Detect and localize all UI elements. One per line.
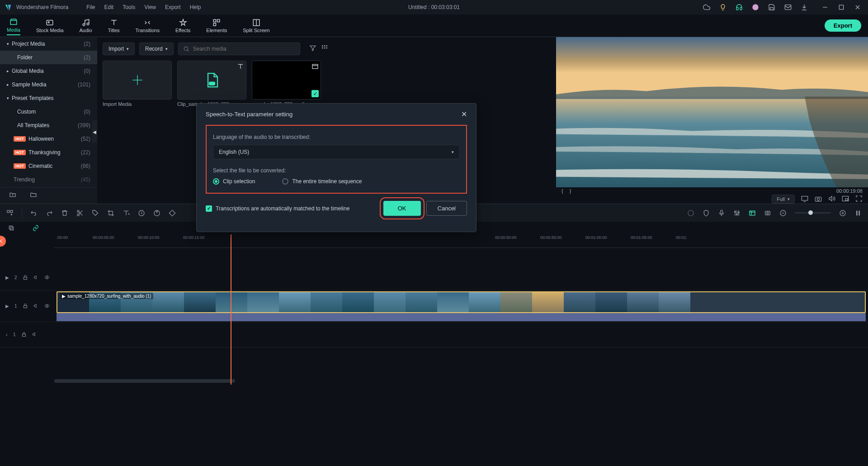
track-mute-icon[interactable] [33, 275, 39, 281]
minimize-icon[interactable] [821, 4, 829, 11]
language-dropdown[interactable]: English (US) ▾ [213, 145, 460, 159]
save-icon[interactable] [768, 4, 775, 11]
folder-icon[interactable] [30, 191, 37, 200]
record-dropdown[interactable]: Record▾ [139, 43, 174, 55]
fullscreen-icon[interactable] [855, 195, 863, 203]
add-track-icon[interactable] [6, 209, 14, 217]
track-lock-icon[interactable] [23, 303, 28, 309]
tab-audio[interactable]: Audio [80, 17, 92, 35]
tab-media[interactable]: Media [7, 16, 20, 35]
auto-match-checkbox[interactable]: ✓ Transcriptions are automatically match… [206, 205, 349, 212]
sidebar-item-trending[interactable]: Trending(45) [0, 173, 97, 186]
copy-tracks-icon[interactable] [8, 225, 14, 232]
cancel-button[interactable]: Cancel [426, 201, 467, 216]
speed-icon[interactable] [138, 209, 145, 217]
delete-icon[interactable] [61, 209, 68, 217]
tab-split-screen[interactable]: Split Screen [243, 17, 269, 35]
mixer-icon[interactable] [733, 209, 741, 217]
radio-entire-timeline[interactable]: The entire timeline sequence [282, 178, 362, 185]
search-input[interactable] [193, 46, 295, 52]
link-icon[interactable] [33, 225, 39, 232]
media-item-subtitle[interactable]: SUB Clip_sample_1280x720_s... [177, 61, 246, 107]
volume-icon[interactable] [828, 195, 835, 203]
sidebar-item-global-media[interactable]: ▸Global Media(0) [0, 64, 97, 78]
record-icon[interactable] [764, 209, 771, 217]
sidebar-item-all-templates[interactable]: All Templates(399) [0, 119, 97, 132]
menu-tools[interactable]: Tools [123, 4, 135, 10]
download-icon[interactable] [801, 4, 808, 11]
filter-icon[interactable] [309, 44, 316, 53]
zoom-in-icon[interactable] [839, 209, 846, 217]
tab-stock-media[interactable]: Stock Media [36, 17, 64, 35]
menu-export[interactable]: Export [165, 4, 181, 10]
grid-view-icon[interactable] [321, 44, 328, 53]
track-lock-icon[interactable] [23, 275, 28, 281]
ok-button[interactable]: OK [383, 201, 421, 216]
mic-icon[interactable] [718, 209, 725, 217]
track-visibility-icon[interactable] [44, 303, 50, 309]
tab-transitions[interactable]: Transitions [136, 17, 160, 35]
menu-view[interactable]: View [144, 4, 156, 10]
track-lock-icon[interactable] [21, 332, 27, 338]
sidebar-item-thanksgiving[interactable]: HOTThanksgiving(22) [0, 146, 97, 159]
tab-titles[interactable]: Titles [108, 17, 120, 35]
tab-effects[interactable]: Effects [175, 17, 190, 35]
pip-icon[interactable] [842, 195, 849, 203]
sidebar-item-sample-media[interactable]: ▸Sample Media(101) [0, 78, 97, 91]
maximize-icon[interactable] [838, 4, 845, 11]
sidebar-item-cinematic[interactable]: HOTCinematic(66) [0, 159, 97, 173]
split-icon[interactable] [76, 209, 84, 217]
sidebar-item-folder[interactable]: Folder(2) [0, 51, 97, 64]
playhead[interactable] [231, 234, 231, 385]
avatar-icon[interactable] [752, 4, 759, 11]
track-mute-icon[interactable] [33, 303, 39, 309]
tag-icon[interactable] [92, 209, 99, 217]
timeline-scrollbar[interactable] [54, 379, 235, 383]
sidebar-item-project-media[interactable]: ▾Project Media(2) [0, 37, 97, 51]
track-visibility-icon[interactable] [44, 275, 50, 281]
media-item-video[interactable]: ✓ sample_1280x720_surfin... [252, 61, 321, 107]
media-item-import[interactable]: Import Media [103, 61, 172, 107]
zoom-out-icon[interactable] [779, 209, 787, 217]
zoom-fit-icon[interactable] [854, 209, 862, 217]
preview-zoom-dropdown[interactable]: Full▾ [772, 195, 795, 204]
text-icon[interactable] [123, 209, 130, 217]
cloud-icon[interactable] [703, 4, 710, 11]
marker-icon[interactable] [703, 209, 710, 217]
render-icon[interactable] [687, 209, 694, 217]
sidebar-item-custom[interactable]: Custom(0) [0, 105, 97, 119]
bracket-close-icon[interactable]: } [570, 188, 571, 194]
redo-icon[interactable] [46, 209, 53, 217]
bracket-open-icon[interactable]: { [561, 188, 563, 194]
search-media-field[interactable] [178, 43, 300, 55]
menu-help[interactable]: Help [190, 4, 201, 10]
keyframe-icon[interactable] [169, 209, 176, 217]
menu-file[interactable]: File [86, 4, 95, 10]
playhead-handle[interactable] [0, 236, 6, 247]
color-icon[interactable] [153, 209, 160, 217]
close-icon[interactable] [854, 4, 861, 11]
zoom-slider[interactable] [795, 212, 831, 214]
mail-icon[interactable] [784, 4, 792, 11]
display-icon[interactable] [801, 195, 808, 203]
crop-icon[interactable] [107, 209, 114, 217]
dialog-close-icon[interactable]: ✕ [461, 110, 467, 119]
export-button[interactable]: Export [825, 19, 861, 32]
headphones-icon[interactable] [736, 4, 743, 11]
collapse-sidebar-icon[interactable]: ◂ [92, 120, 97, 143]
sidebar-item-halloween[interactable]: HOTHalloween(52) [0, 132, 97, 146]
undo-icon[interactable] [30, 209, 38, 217]
bulb-icon[interactable] [719, 4, 726, 11]
menu-edit[interactable]: Edit [104, 4, 114, 10]
sidebar-item-preset-templates[interactable]: ▾Preset Templates [0, 91, 97, 105]
new-folder-icon[interactable] [9, 191, 16, 200]
auto-beat-icon[interactable] [749, 209, 756, 217]
import-dropdown[interactable]: Import▾ [103, 43, 135, 55]
track-mute-icon[interactable] [32, 332, 38, 338]
preview-viewport[interactable] [556, 37, 868, 187]
radio-clip-selection[interactable]: Clip selection [213, 178, 255, 185]
tab-elements[interactable]: Elements [206, 17, 227, 35]
timeline-ruler[interactable]: :00:00 00:00:05:00 00:00:10:00 00:00:15:… [54, 235, 868, 248]
camera-icon[interactable] [815, 195, 822, 203]
video-clip[interactable]: ▶sample_1280x720_surfing_with_audio (1) [57, 291, 866, 313]
